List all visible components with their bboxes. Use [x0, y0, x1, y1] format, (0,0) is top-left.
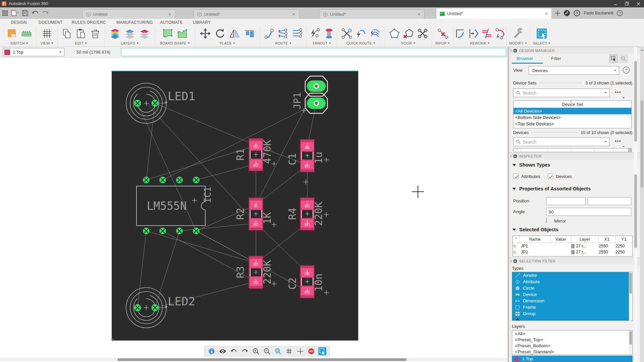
- restore-button[interactable]: [621, 0, 633, 7]
- position-y-input[interactable]: [588, 197, 631, 205]
- mirror-checkbox[interactable]: [546, 218, 547, 223]
- app-grid-icon[interactable]: [1, 9, 9, 17]
- component-ic1[interactable]: LM555N IC1: [137, 177, 213, 234]
- scrollbar-thumb[interactable]: [641, 101, 643, 188]
- redo-button[interactable]: [41, 9, 50, 17]
- column-layer[interactable]: Layer: [571, 236, 599, 243]
- board-spline-icon[interactable]: [176, 27, 189, 40]
- delete-icon[interactable]: [89, 27, 102, 40]
- select-window-button[interactable]: [609, 54, 618, 63]
- selection-filter-header[interactable]: ‖ – SELECTION FILTER: [509, 257, 640, 264]
- layer-row-preset-bottom[interactable]: <Preset_Bottom>: [512, 343, 632, 349]
- device-set-column-header[interactable]: ^ Device Set: [514, 101, 631, 108]
- view-help-icon[interactable]: ?: [623, 66, 630, 74]
- group-label-view[interactable]: VIEW: [40, 41, 50, 45]
- user-name[interactable]: Paolo Bastianelli: [584, 11, 613, 15]
- group-label-quick-route[interactable]: QUICK ROUTE: [346, 41, 372, 45]
- column-y1[interactable]: Y1: [615, 236, 632, 243]
- view-dropdown[interactable]: Devices: [529, 66, 619, 75]
- fanout-via-icon[interactable]: [323, 27, 335, 40]
- chevron-down-icon[interactable]: [623, 146, 625, 147]
- minimize-button[interactable]: [610, 0, 621, 7]
- visibility-eye-icon[interactable]: [219, 347, 227, 355]
- device-set-row-top[interactable]: <Top Side Devices>: [514, 121, 631, 127]
- disclosure-triangle-icon[interactable]: [513, 188, 516, 190]
- scrollbar-thumb[interactable]: [629, 331, 632, 345]
- info-icon[interactable]: [208, 347, 216, 355]
- type-row-circle[interactable]: Circle: [512, 285, 632, 291]
- layer-row-preset-top[interactable]: <Preset_Top>: [512, 337, 632, 343]
- types-scrollbar[interactable]: [629, 272, 632, 320]
- save-button[interactable]: [21, 9, 30, 17]
- zoom-in-icon[interactable]: [252, 347, 260, 355]
- quickroute-multi-icon[interactable]: [369, 27, 381, 40]
- active-layer-row[interactable]: 1 Top: [512, 356, 633, 362]
- properties-section[interactable]: Properties of Assorted Objects: [513, 186, 591, 191]
- group-label-ripup[interactable]: RIPUP: [435, 41, 447, 45]
- devices-search-input[interactable]: Search: [513, 137, 610, 146]
- group-label-layers[interactable]: LAYERS: [121, 41, 135, 45]
- type-row-group[interactable]: Group: [512, 310, 632, 317]
- tab-untitled-4-active[interactable]: Untitled* ✕: [436, 8, 552, 19]
- layer-select[interactable]: 1 Top: [3, 48, 64, 56]
- menu-design[interactable]: DESIGN: [11, 20, 27, 25]
- component-c2[interactable]: 2 GND 1 N$0 C2 10n: [286, 265, 324, 298]
- tab-close-icon[interactable]: ✕: [164, 12, 171, 17]
- menu-rules-drc-erc[interactable]: RULES DRC/ERC: [72, 20, 106, 25]
- component-r1[interactable]: 2 N$1 1 N$2 R1 470K: [234, 138, 273, 171]
- horizontal-scrollbar[interactable]: [0, 358, 507, 361]
- board-outline-icon[interactable]: [161, 27, 174, 40]
- group-label-select[interactable]: SELECT: [533, 41, 547, 45]
- scrollbar-thumb[interactable]: [634, 61, 637, 141]
- quickroute-net-icon[interactable]: [340, 27, 353, 40]
- scrollbar-thumb[interactable]: [629, 273, 632, 294]
- attributes-checkbox[interactable]: [513, 174, 519, 179]
- rework-arc-icon[interactable]: [494, 27, 506, 40]
- component-jp1[interactable]: JP1: [292, 76, 327, 113]
- pour-polygon-icon[interactable]: [388, 27, 401, 40]
- selected-objects-section[interactable]: Selected Objects: [513, 227, 558, 232]
- zoom-window-button[interactable]: [619, 54, 628, 63]
- pcb-canvas[interactable]: LED1 LED2 JP1: [0, 58, 507, 362]
- view-grid-icon[interactable]: [41, 27, 53, 40]
- command-input[interactable]: [121, 48, 506, 56]
- close-button[interactable]: [633, 0, 644, 7]
- rework-corner-icon[interactable]: [454, 27, 466, 40]
- design-manager-header[interactable]: ‖ – DESIGN MANAGER: [509, 47, 640, 54]
- undo-button[interactable]: [31, 9, 40, 17]
- switch-board-icon[interactable]: [6, 27, 19, 40]
- zoom-fit-icon[interactable]: [274, 347, 282, 355]
- inspector-header[interactable]: ‖ – INSPECTOR: [509, 153, 640, 160]
- selected-object-row[interactable]: JP1 27 t... 2550 2250: [513, 249, 632, 255]
- collapse-icon[interactable]: –: [513, 49, 517, 53]
- rework-slice-icon[interactable]: [481, 27, 493, 40]
- menu-automate[interactable]: AUTOMATE: [160, 20, 183, 25]
- tab-close-icon[interactable]: ✕: [541, 11, 548, 16]
- paste-icon[interactable]: [75, 27, 88, 40]
- layer-row-preset-standard[interactable]: <Preset_Standard>: [512, 349, 632, 355]
- disable-icon[interactable]: [307, 347, 315, 355]
- group-label-switch[interactable]: SWITCH: [10, 41, 25, 45]
- component-c1[interactable]: 2 GND 1 N$2 C1 1u: [286, 139, 324, 172]
- fanout-signal-icon[interactable]: [309, 27, 321, 40]
- group-label-place[interactable]: PLACE: [220, 41, 232, 45]
- undo-icon[interactable]: [230, 347, 238, 355]
- component-r4[interactable]: 2 N$4 1 N$5 R4 220K: [286, 198, 324, 230]
- position-x-input[interactable]: [546, 197, 586, 205]
- group-label-pour[interactable]: POUR: [401, 41, 412, 45]
- column-x1[interactable]: X1: [599, 236, 615, 243]
- layers-color-stack-icon[interactable]: [108, 27, 122, 40]
- quickroute-connection-icon[interactable]: [355, 27, 367, 40]
- layers-scrollbar[interactable]: [629, 330, 632, 355]
- switch-schematic-icon[interactable]: [20, 27, 33, 40]
- scrollbar-thumb[interactable]: [117, 358, 407, 361]
- group-label-rework[interactable]: REWORK: [470, 41, 486, 45]
- align-icon[interactable]: [243, 27, 256, 40]
- new-tab-button[interactable]: [555, 11, 560, 16]
- device-sets-menu-button[interactable]: •••: [615, 89, 621, 95]
- device-set-row-bottom[interactable]: <Bottom Side Devices>: [514, 114, 631, 121]
- devices-menu-button[interactable]: •••: [615, 138, 621, 144]
- new-document-button[interactable]: [11, 9, 19, 17]
- job-status-clock-icon[interactable]: [574, 10, 580, 16]
- group-label-route[interactable]: ROUTE: [275, 41, 288, 45]
